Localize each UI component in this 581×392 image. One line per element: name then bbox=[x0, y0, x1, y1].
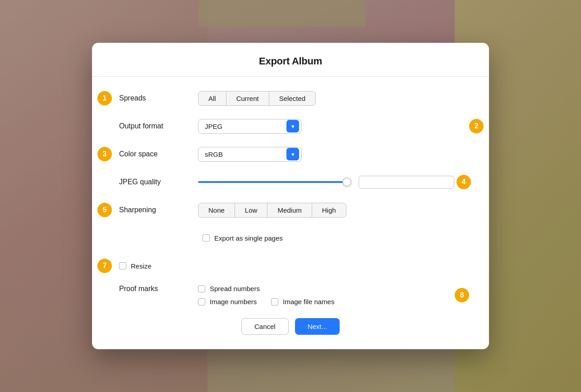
dialog-body: 1 Spreads All Current Selected Output fo… bbox=[92, 77, 489, 349]
jpeg-quality-label: JPEG quality bbox=[119, 178, 198, 186]
proof-marks-options: Spread numbers Image numbers Image file … bbox=[198, 285, 334, 305]
jpeg-quality-slider-wrap: 100% bbox=[198, 176, 462, 189]
color-space-dropdown-wrap: sRGB Adobe RGB CMYK ▾ bbox=[198, 147, 302, 162]
export-single-checkbox-wrap[interactable]: Export as single pages bbox=[203, 234, 283, 242]
image-numbers-wrap[interactable]: Image numbers bbox=[198, 298, 257, 305]
spreads-selected-button[interactable]: Selected bbox=[269, 91, 315, 105]
proof-row-inline: Image numbers Image file names bbox=[198, 298, 334, 305]
sharpening-low-button[interactable]: Low bbox=[235, 203, 268, 217]
spreads-label: Spreads bbox=[119, 94, 198, 102]
export-single-checkbox[interactable] bbox=[203, 234, 210, 242]
spreads-row: 1 Spreads All Current Selected bbox=[119, 89, 462, 107]
proof-marks-label: Proof marks bbox=[119, 285, 198, 293]
sharpening-row: 5 Sharpening None Low Medium High bbox=[119, 201, 462, 219]
badge-2: 2 bbox=[469, 119, 484, 133]
badge-1: 1 bbox=[97, 91, 112, 105]
image-numbers-label: Image numbers bbox=[210, 298, 257, 305]
badge-7: 7 bbox=[97, 259, 112, 273]
image-numbers-checkbox[interactable] bbox=[198, 298, 205, 305]
sharpening-medium-button[interactable]: Medium bbox=[267, 203, 312, 217]
export-dialog: Export Album 1 Spreads All Current Selec… bbox=[92, 43, 489, 349]
spreads-current-button[interactable]: Current bbox=[226, 91, 269, 105]
spreads-segmented: All Current Selected bbox=[198, 91, 316, 106]
dialog-header: Export Album bbox=[92, 43, 489, 77]
sharpening-none-button[interactable]: None bbox=[198, 203, 235, 217]
output-format-dropdown-wrap: JPEG PNG TIFF PDF ▾ bbox=[198, 119, 302, 134]
badge-4: 4 bbox=[456, 175, 471, 189]
jpeg-quality-value[interactable]: 100% bbox=[359, 176, 454, 189]
image-file-names-checkbox[interactable] bbox=[271, 298, 278, 305]
resize-checkbox[interactable] bbox=[119, 262, 126, 269]
spread-numbers-checkbox[interactable] bbox=[198, 285, 205, 292]
color-space-select[interactable]: sRGB Adobe RGB CMYK bbox=[198, 147, 302, 162]
output-format-select[interactable]: JPEG PNG TIFF PDF bbox=[198, 119, 302, 134]
sharpening-segmented: None Low Medium High bbox=[198, 203, 346, 218]
spread-numbers-label: Spread numbers bbox=[210, 285, 260, 292]
spreads-all-button[interactable]: All bbox=[198, 91, 226, 105]
next-button[interactable]: Next... bbox=[295, 318, 340, 335]
image-file-names-wrap[interactable]: Image file names bbox=[271, 298, 334, 305]
badge-5: 5 bbox=[97, 203, 112, 217]
sharpening-high-button[interactable]: High bbox=[312, 203, 346, 217]
cancel-button[interactable]: Cancel bbox=[241, 318, 289, 335]
resize-row: 7 Resize bbox=[119, 257, 462, 275]
export-single-row: 6 Export as single pages bbox=[119, 229, 462, 247]
color-space-row: 3 Color space sRGB Adobe RGB CMYK ▾ bbox=[119, 145, 462, 163]
dialog-buttons: Cancel Next... bbox=[119, 318, 462, 335]
dialog-title: Export Album bbox=[259, 55, 322, 67]
jpeg-quality-row: JPEG quality 100% 4 bbox=[119, 173, 462, 191]
jpeg-quality-slider[interactable] bbox=[198, 181, 351, 183]
output-format-label: Output format bbox=[119, 122, 198, 130]
proof-marks-row: Proof marks Spread numbers Image numbers… bbox=[119, 285, 462, 305]
badge-8: 8 bbox=[455, 288, 469, 302]
sharpening-label: Sharpening bbox=[119, 206, 198, 214]
resize-label: Resize bbox=[131, 262, 152, 270]
resize-checkbox-wrap[interactable]: Resize bbox=[119, 262, 152, 270]
spread-numbers-wrap[interactable]: Spread numbers bbox=[198, 285, 334, 292]
export-single-label: Export as single pages bbox=[214, 234, 283, 242]
badge-3: 3 bbox=[97, 147, 112, 161]
image-file-names-label: Image file names bbox=[283, 298, 334, 305]
color-space-label: Color space bbox=[119, 150, 198, 158]
output-format-row: Output format JPEG PNG TIFF PDF ▾ 2 bbox=[119, 117, 462, 135]
